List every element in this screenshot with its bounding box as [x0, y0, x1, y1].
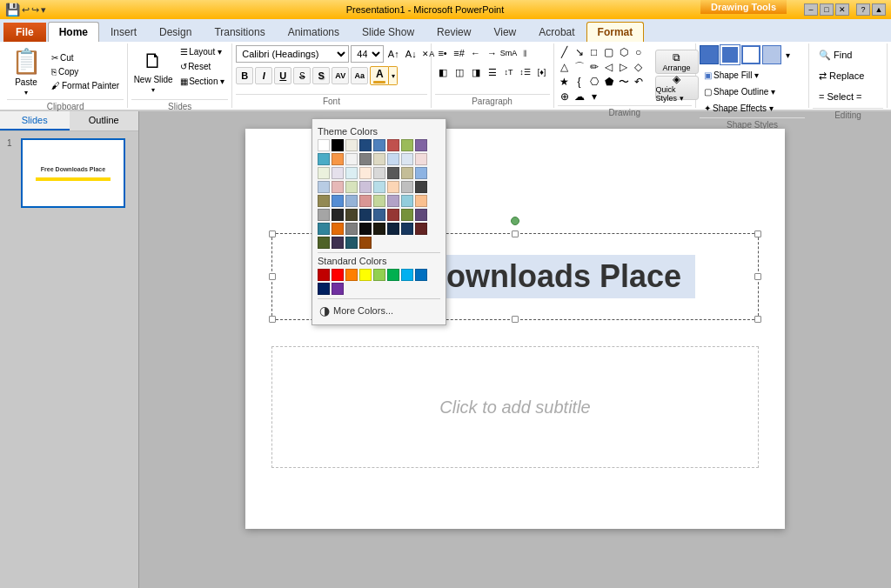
arrange-button[interactable]: ⧉ Arrange — [655, 50, 699, 74]
theme-color-swatch[interactable] — [373, 209, 385, 221]
tab-insert[interactable]: Insert — [99, 22, 148, 42]
theme-color-swatch[interactable] — [387, 195, 399, 207]
handle-bl[interactable] — [269, 316, 276, 323]
handle-br[interactable] — [754, 316, 761, 323]
font-color-dropdown-button[interactable]: ▾ — [389, 66, 398, 85]
font-color-button[interactable]: A — [370, 66, 389, 85]
shape-more3[interactable]: ⎔ — [587, 75, 601, 89]
bold-button[interactable]: B — [236, 67, 253, 84]
shape-oval[interactable]: ○ — [632, 45, 646, 59]
shape-scroll[interactable]: ↶ — [632, 75, 646, 89]
tab-format[interactable]: Format — [586, 22, 645, 43]
paste-button[interactable]: 📋 Paste ▾ — [7, 45, 45, 97]
minimize-btn[interactable]: – — [804, 3, 818, 16]
theme-color-swatch[interactable] — [318, 209, 330, 221]
shape-more5[interactable]: ⊕ — [558, 90, 572, 104]
handle-tl[interactable] — [269, 231, 276, 237]
standard-color-swatch[interactable] — [387, 269, 399, 281]
subtitle-text-box[interactable]: Click to add subtitle — [271, 346, 759, 468]
theme-color-swatch[interactable] — [359, 167, 372, 179]
expand-btn[interactable]: ▲ — [872, 3, 886, 16]
close-btn[interactable]: ✕ — [835, 3, 849, 16]
shape-arrow[interactable]: ↘ — [573, 45, 586, 59]
theme-color-swatch[interactable] — [415, 209, 427, 221]
maximize-btn[interactable]: □ — [820, 3, 834, 16]
theme-color-swatch[interactable] — [318, 153, 330, 165]
theme-color-swatch[interactable] — [318, 237, 330, 249]
reset-button[interactable]: ↺ Reset — [177, 60, 228, 73]
window-controls[interactable]: – □ ✕ ? ▲ — [804, 3, 886, 16]
shape-line[interactable]: ╱ — [558, 45, 572, 59]
theme-color-swatch[interactable] — [332, 209, 344, 221]
decrease-font-button[interactable]: A↓ — [403, 46, 419, 62]
theme-color-swatch[interactable] — [359, 139, 372, 151]
shape-outline-button[interactable]: ▢ Shape Outline ▾ — [700, 84, 780, 99]
theme-color-swatch[interactable] — [332, 139, 344, 151]
shape-freeform[interactable]: ✏ — [587, 60, 601, 74]
slide-thumb-item[interactable]: 1 Free Downloads Place — [7, 138, 131, 208]
theme-color-swatch[interactable] — [387, 153, 399, 165]
shadow-button[interactable]: S — [312, 67, 330, 84]
theme-color-swatch[interactable] — [401, 139, 413, 151]
shape-style-4[interactable] — [762, 45, 781, 64]
theme-color-swatch[interactable] — [387, 139, 399, 151]
shape-effects-button[interactable]: ✦ Shape Effects ▾ — [700, 100, 778, 116]
handle-mr[interactable] — [754, 273, 761, 280]
align-right-button[interactable]: ◨ — [468, 64, 484, 80]
theme-color-swatch[interactable] — [345, 209, 358, 221]
shape-more4[interactable]: ⬟ — [602, 75, 616, 89]
tab-view[interactable]: View — [482, 22, 527, 42]
theme-color-swatch[interactable] — [332, 181, 344, 193]
theme-color-swatch[interactable] — [373, 139, 385, 151]
theme-color-swatch[interactable] — [387, 181, 399, 193]
shape-callout[interactable]: ◇ — [632, 60, 646, 74]
tab-transitions[interactable]: Transitions — [203, 22, 276, 42]
align-center-button[interactable]: ◫ — [452, 64, 467, 80]
theme-color-swatch[interactable] — [373, 181, 385, 193]
tab-design[interactable]: Design — [148, 22, 203, 42]
tab-slideshow[interactable]: Slide Show — [351, 22, 425, 42]
shape-rounded-rect[interactable]: ▢ — [602, 45, 616, 59]
theme-color-swatch[interactable] — [373, 195, 385, 207]
standard-color-swatch[interactable] — [373, 269, 385, 281]
layout-button[interactable]: ☰ Layout ▾ — [177, 45, 228, 58]
more-colors-button[interactable]: ◑ More Colors... — [318, 302, 440, 319]
theme-color-swatch[interactable] — [359, 153, 372, 165]
subtitle-placeholder[interactable]: Click to add subtitle — [439, 398, 590, 418]
replace-button[interactable]: ⇄ Replace — [813, 66, 870, 85]
theme-color-swatch[interactable] — [332, 195, 344, 207]
standard-color-swatch[interactable] — [332, 269, 344, 281]
theme-color-swatch[interactable] — [345, 223, 358, 235]
increase-indent-button[interactable]: → — [485, 45, 500, 61]
underline-button[interactable]: U — [274, 67, 291, 84]
slides-tab[interactable]: Slides — [0, 111, 70, 130]
handle-tm[interactable] — [512, 231, 519, 237]
theme-color-swatch[interactable] — [373, 167, 385, 179]
theme-color-swatch[interactable] — [415, 167, 427, 179]
theme-color-swatch[interactable] — [318, 181, 330, 193]
rotate-handle[interactable] — [511, 217, 519, 225]
shape-styles-more[interactable]: ▾ — [783, 45, 792, 64]
shape-star[interactable]: ★ — [558, 75, 572, 89]
theme-color-swatch[interactable] — [318, 139, 330, 151]
shape-more2[interactable]: △ — [558, 60, 572, 74]
columns-button[interactable]: ⫴ — [518, 45, 533, 61]
theme-color-swatch[interactable] — [345, 181, 358, 193]
shape-triangle[interactable]: ◁ — [602, 60, 616, 74]
theme-color-swatch[interactable] — [345, 237, 358, 249]
change-case-button[interactable]: Aa — [351, 67, 368, 84]
help-btn[interactable]: ? — [856, 3, 870, 16]
theme-color-swatch[interactable] — [359, 181, 372, 193]
align-text-button[interactable]: ↕☰ — [518, 64, 533, 80]
align-left-button[interactable]: ◧ — [435, 64, 451, 80]
theme-color-swatch[interactable] — [415, 195, 427, 207]
font-size-select[interactable]: 44 — [351, 45, 384, 63]
theme-color-swatch[interactable] — [401, 209, 413, 221]
theme-color-swatch[interactable] — [359, 209, 372, 221]
char-spacing-button[interactable]: AV — [332, 67, 349, 84]
standard-color-swatch[interactable] — [401, 269, 413, 281]
bullets-button[interactable]: ≡• — [435, 45, 451, 61]
shape-curve[interactable]: ⌒ — [573, 60, 586, 74]
theme-color-swatch[interactable] — [401, 167, 413, 179]
convert-to-smartart-button[interactable]: [♦] — [534, 64, 550, 80]
